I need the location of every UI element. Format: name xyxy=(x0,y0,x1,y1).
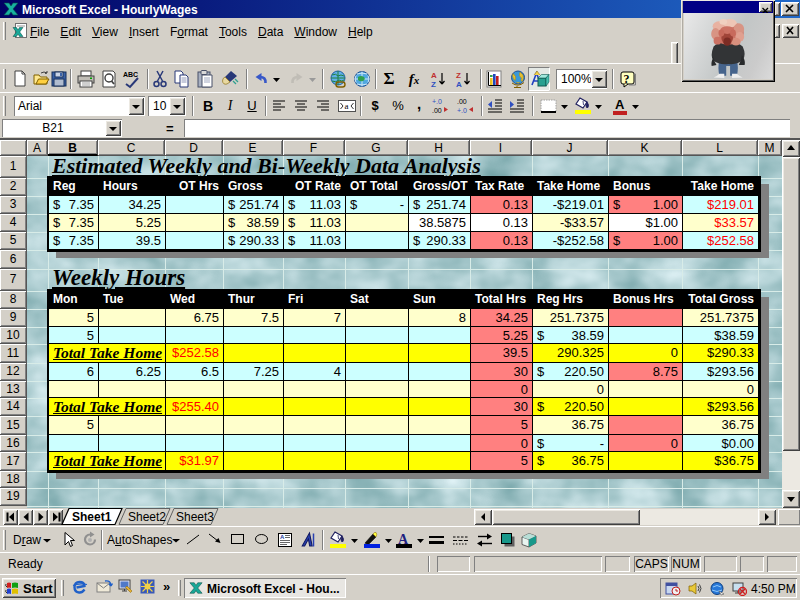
svg-text:.00: .00 xyxy=(457,98,467,105)
svg-text:?: ? xyxy=(624,72,630,86)
svg-text:Sheet3: Sheet3 xyxy=(176,510,214,524)
svg-text:Sheet2: Sheet2 xyxy=(128,510,166,524)
svg-text:A: A xyxy=(456,80,462,89)
svg-text:Z: Z xyxy=(456,71,461,80)
svg-text:+.0: +.0 xyxy=(432,98,442,105)
svg-text:A: A xyxy=(280,534,285,540)
svg-text:A: A xyxy=(431,71,437,80)
svg-text:a: a xyxy=(345,101,349,111)
svg-text:+.0: +.0 xyxy=(457,107,467,114)
svg-text:Sheet1: Sheet1 xyxy=(72,510,112,524)
svg-text:ABC: ABC xyxy=(123,71,138,78)
svg-text:A: A xyxy=(615,97,625,112)
svg-text:Z: Z xyxy=(431,80,436,89)
svg-text:.00: .00 xyxy=(432,107,442,114)
